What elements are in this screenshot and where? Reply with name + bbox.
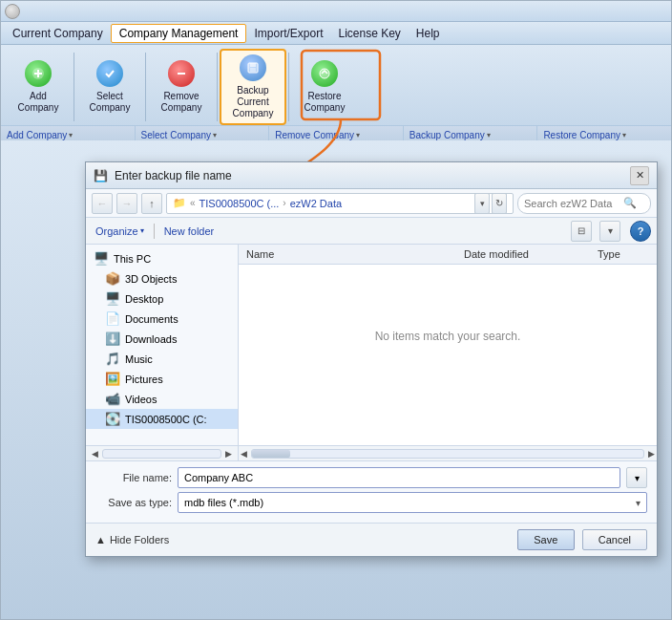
documents-icon: 📄 <box>105 311 120 326</box>
filename-row: File name: ▾ <box>95 467 647 488</box>
backup-current-company-icon <box>240 54 266 81</box>
ribbon-divider-2 <box>145 53 146 121</box>
search-icon: 🔍 <box>623 197 637 209</box>
tree-item-desktop[interactable]: 🖥️ Desktop <box>86 289 238 309</box>
app-icon <box>5 4 20 19</box>
tree-label-music: Music <box>125 353 153 365</box>
hide-folders-toggle[interactable]: ▲ Hide Folders <box>95 534 169 545</box>
path-refresh-button[interactable]: ↻ <box>492 193 507 214</box>
view-toggle-button[interactable]: ⊟ <box>571 221 592 242</box>
remove-company-icon <box>168 60 195 87</box>
sidebar-tree: 🖥️ This PC 📦 3D Objects 🖥️ Desktop 📄 Doc… <box>86 245 239 445</box>
tree-label-downloads: Downloads <box>125 333 177 345</box>
path-segment-drive[interactable]: TIS0008500C (... <box>200 198 280 209</box>
organize-dropdown-icon: ▾ <box>140 226 144 235</box>
menu-license-key[interactable]: License Key <box>330 25 408 42</box>
nav-forward-button[interactable]: → <box>116 193 137 214</box>
menu-help[interactable]: Help <box>409 25 448 42</box>
app-window: Current Company Company Management Impor… <box>0 0 672 620</box>
dialog-nav: ← → ↑ 📁 « TIS0008500C (... › ezW2 Data ▾… <box>86 189 657 218</box>
scroll-left: ◀ ▶ <box>86 446 239 460</box>
tree-item-videos[interactable]: 📹 Videos <box>86 389 238 409</box>
dialog-footer: ▲ Hide Folders Save Cancel <box>86 523 657 556</box>
music-icon: 🎵 <box>105 352 120 366</box>
ribbon-divider-1 <box>74 53 74 121</box>
path-dropdown-button[interactable]: ▾ <box>474 193 490 214</box>
menu-current-company[interactable]: Current Company <box>5 25 111 42</box>
desktop-icon: 🖥️ <box>105 291 120 306</box>
select-company-button[interactable]: SelectCompany <box>76 49 143 125</box>
scroll-left-arrow[interactable]: ◀ <box>90 449 100 459</box>
tree-item-3d-objects[interactable]: 📦 3D Objects <box>86 268 238 289</box>
file-empty-message: No items match your search. <box>239 265 657 408</box>
restore-company-footer-arrow: ▾ <box>622 131 626 139</box>
dialog-title-icon: 💾 <box>94 168 109 183</box>
restore-company-button[interactable]: RestoreCompany <box>291 49 358 125</box>
new-folder-button[interactable]: New folder <box>160 224 219 239</box>
tree-label-videos: Videos <box>125 394 157 405</box>
tree-label-desktop: Desktop <box>125 293 163 305</box>
view-options-button[interactable]: ▾ <box>599 221 620 242</box>
filename-label: File name: <box>95 472 172 483</box>
path-segment-folder[interactable]: ezW2 Data <box>290 198 342 209</box>
save-button[interactable]: Save <box>517 529 575 550</box>
tree-item-this-pc[interactable]: 🖥️ This PC <box>86 248 238 268</box>
tree-item-music[interactable]: 🎵 Music <box>86 349 238 369</box>
hide-folders-label: Hide Folders <box>110 534 169 545</box>
filename-input[interactable] <box>178 467 620 488</box>
path-bar[interactable]: 📁 « TIS0008500C (... › ezW2 Data ▾ ↻ <box>166 193 514 214</box>
add-company-button[interactable]: AddCompany <box>5 49 72 125</box>
dialog-form: File name: ▾ Save as type: mdb files (*.… <box>86 460 657 523</box>
tree-label-this-pc: This PC <box>114 253 151 265</box>
tree-item-downloads[interactable]: ⬇️ Downloads <box>86 329 238 349</box>
hide-folders-arrow-icon: ▲ <box>95 534 106 545</box>
dialog: 💾 Enter backup file name ✕ ← → ↑ 📁 « TIS… <box>85 161 658 557</box>
help-button[interactable]: ? <box>630 221 651 242</box>
saveastype-dropdown-icon: ▾ <box>636 498 640 508</box>
tree-label-3d-objects: 3D Objects <box>125 273 177 285</box>
path-segment-root[interactable]: 📁 <box>173 197 186 209</box>
tree-item-documents[interactable]: 📄 Documents <box>86 309 238 329</box>
saveastype-dropdown[interactable]: mdb files (*.mdb) ▾ <box>178 492 647 513</box>
scroll-right: ◀ ▶ <box>239 446 657 460</box>
3d-objects-icon: 📦 <box>105 271 120 286</box>
search-input[interactable] <box>524 198 620 209</box>
select-company-footer-arrow: ▾ <box>213 131 217 139</box>
tree-item-tis[interactable]: 💽 TIS0008500C (C: <box>86 409 238 429</box>
scroll-right-arrow-left[interactable]: ▶ <box>223 449 234 459</box>
backup-current-company-button[interactable]: BackupCurrentCompany <box>220 49 286 125</box>
tree-item-pictures[interactable]: 🖼️ Pictures <box>86 369 238 389</box>
scroll-area: ◀ ▶ ◀ ▶ <box>86 445 657 460</box>
dialog-toolbar: Organize ▾ New folder ⊟ ▾ ? <box>86 218 657 245</box>
tree-label-documents: Documents <box>125 313 178 325</box>
search-bar: 🔍 <box>517 193 651 214</box>
menu-import-export[interactable]: Import/Export <box>246 25 330 42</box>
dialog-title-left: 💾 Enter backup file name <box>94 168 232 183</box>
saveastype-row: Save as type: mdb files (*.mdb) ▾ <box>95 492 647 513</box>
pictures-icon: 🖼️ <box>105 372 120 386</box>
restore-company-icon <box>311 60 338 87</box>
remove-company-label: RemoveCompany <box>161 91 202 114</box>
menu-bar: Current Company Company Management Impor… <box>1 22 671 45</box>
scroll-right-end-arrow[interactable]: ▶ <box>646 449 657 459</box>
organize-button[interactable]: Organize ▾ <box>92 224 148 239</box>
dialog-close-button[interactable]: ✕ <box>630 166 649 185</box>
col-date-modified: Date modified <box>456 245 590 264</box>
videos-icon: 📹 <box>105 392 120 406</box>
path-separator-1: « <box>190 198 196 208</box>
scroll-right-arrow[interactable]: ◀ <box>239 449 249 459</box>
svg-rect-5 <box>250 63 256 67</box>
this-pc-icon: 🖥️ <box>94 251 109 266</box>
remove-company-button[interactable]: RemoveCompany <box>148 49 215 125</box>
cancel-button[interactable]: Cancel <box>582 529 647 550</box>
ribbon-buttons: AddCompany SelectCompany RemoveCompany <box>1 49 671 125</box>
file-header: Name Date modified Type <box>239 245 657 265</box>
nav-back-button[interactable]: ← <box>92 193 113 214</box>
ribbon-divider-4 <box>288 53 289 121</box>
scrollbar-thumb <box>252 450 290 458</box>
scrollbar-horizontal-left[interactable] <box>102 449 221 459</box>
filename-dropdown-button[interactable]: ▾ <box>626 467 647 488</box>
menu-company-management[interactable]: Company Management <box>111 24 247 43</box>
nav-up-button[interactable]: ↑ <box>141 193 162 214</box>
scrollbar-horizontal-right[interactable] <box>251 449 644 459</box>
